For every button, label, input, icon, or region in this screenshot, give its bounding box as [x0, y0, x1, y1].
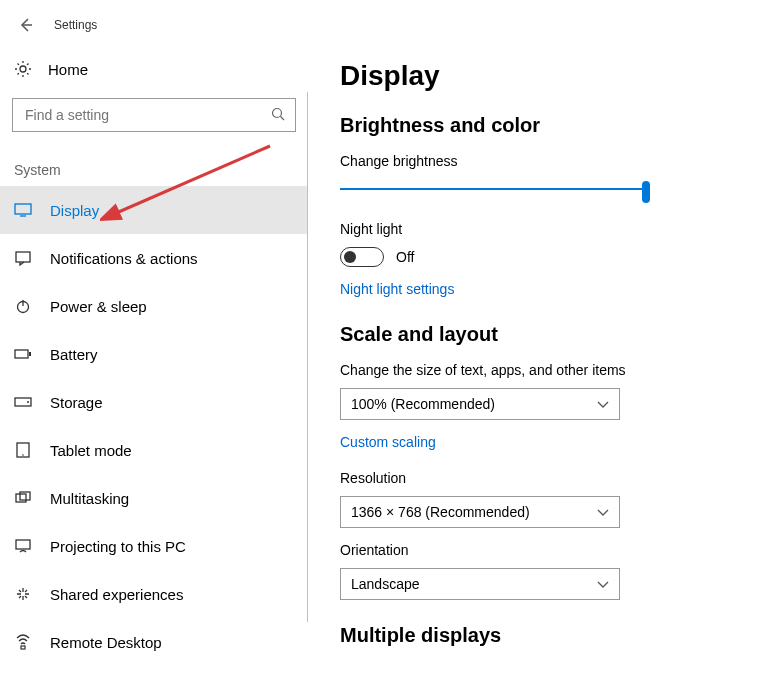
orientation-value: Landscape — [351, 576, 420, 592]
custom-scaling-link[interactable]: Custom scaling — [340, 434, 436, 450]
home-label: Home — [48, 61, 88, 78]
svg-rect-15 — [20, 492, 30, 500]
chevron-down-icon — [597, 504, 609, 520]
sidebar-item-label: Tablet mode — [50, 442, 132, 459]
svg-rect-17 — [21, 646, 25, 649]
sidebar-item-multitasking[interactable]: Multitasking — [0, 474, 308, 522]
sidebar-item-remote[interactable]: Remote Desktop — [0, 618, 308, 666]
vertical-divider — [307, 92, 308, 622]
back-button[interactable] — [14, 13, 38, 37]
brightness-slider[interactable] — [340, 179, 650, 199]
sidebar-item-notifications[interactable]: Notifications & actions — [0, 234, 308, 282]
svg-rect-8 — [15, 350, 28, 358]
svg-line-2 — [281, 116, 285, 120]
slider-thumb[interactable] — [642, 181, 650, 203]
nightlight-state: Off — [396, 249, 414, 265]
projecting-icon — [14, 537, 32, 555]
titlebar: Settings — [0, 0, 772, 40]
search-input[interactable] — [23, 106, 259, 124]
svg-point-1 — [273, 108, 282, 117]
window-title: Settings — [54, 18, 97, 32]
orientation-dropdown[interactable]: Landscape — [340, 568, 620, 600]
battery-icon — [14, 345, 32, 363]
remote-icon — [14, 633, 32, 651]
svg-rect-16 — [16, 540, 30, 549]
svg-rect-9 — [29, 352, 31, 356]
svg-point-0 — [20, 66, 26, 72]
nightlight-label: Night light — [340, 221, 742, 237]
sidebar-item-label: Power & sleep — [50, 298, 147, 315]
sidebar-item-display[interactable]: Display — [0, 186, 308, 234]
monitor-icon — [14, 201, 32, 219]
scale-value: 100% (Recommended) — [351, 396, 495, 412]
notification-icon — [14, 249, 32, 267]
sidebar-item-battery[interactable]: Battery — [0, 330, 308, 378]
nightlight-toggle[interactable] — [340, 247, 384, 267]
svg-point-11 — [27, 401, 29, 403]
search-icon — [271, 107, 285, 124]
sidebar-item-label: Shared experiences — [50, 586, 183, 603]
sidebar-group-label: System — [14, 162, 308, 178]
brightness-slider-label: Change brightness — [340, 153, 742, 169]
svg-rect-3 — [15, 204, 31, 214]
storage-icon — [14, 393, 32, 411]
chevron-down-icon — [597, 396, 609, 412]
sidebar-item-label: Storage — [50, 394, 103, 411]
sidebar-item-storage[interactable]: Storage — [0, 378, 308, 426]
toggle-knob — [344, 251, 356, 263]
svg-rect-5 — [16, 252, 30, 262]
resolution-value: 1366 × 768 (Recommended) — [351, 504, 530, 520]
chevron-down-icon — [597, 576, 609, 592]
gear-icon — [14, 60, 32, 78]
resolution-dropdown[interactable]: 1366 × 768 (Recommended) — [340, 496, 620, 528]
power-icon — [14, 297, 32, 315]
brightness-section-title: Brightness and color — [340, 114, 742, 137]
sidebar-item-projecting[interactable]: Projecting to this PC — [0, 522, 308, 570]
arrow-left-icon — [18, 17, 34, 33]
scale-label: Change the size of text, apps, and other… — [340, 362, 742, 378]
sidebar-item-label: Remote Desktop — [50, 634, 162, 651]
sidebar-item-tablet[interactable]: Tablet mode — [0, 426, 308, 474]
sidebar-item-label: Multitasking — [50, 490, 129, 507]
sidebar-item-label: Battery — [50, 346, 98, 363]
multiple-displays-title: Multiple displays — [340, 624, 742, 647]
scale-section-title: Scale and layout — [340, 323, 742, 346]
sidebar: Home System Display Notifications & acti… — [0, 40, 308, 677]
sidebar-item-label: Projecting to this PC — [50, 538, 186, 555]
search-input-container[interactable] — [12, 98, 296, 132]
nightlight-settings-link[interactable]: Night light settings — [340, 281, 454, 297]
svg-rect-14 — [16, 494, 26, 502]
page-title: Display — [340, 60, 742, 92]
sidebar-item-shared[interactable]: Shared experiences — [0, 570, 308, 618]
shared-icon — [14, 585, 32, 603]
resolution-label: Resolution — [340, 470, 742, 486]
orientation-label: Orientation — [340, 542, 742, 558]
main-content: Display Brightness and color Change brig… — [308, 40, 772, 677]
sidebar-item-label: Notifications & actions — [50, 250, 198, 267]
scale-dropdown[interactable]: 100% (Recommended) — [340, 388, 620, 420]
home-button[interactable]: Home — [0, 54, 308, 84]
multitasking-icon — [14, 489, 32, 507]
sidebar-item-label: Display — [50, 202, 99, 219]
slider-track — [340, 188, 650, 190]
tablet-icon — [14, 441, 32, 459]
sidebar-item-power[interactable]: Power & sleep — [0, 282, 308, 330]
svg-point-13 — [22, 454, 24, 456]
